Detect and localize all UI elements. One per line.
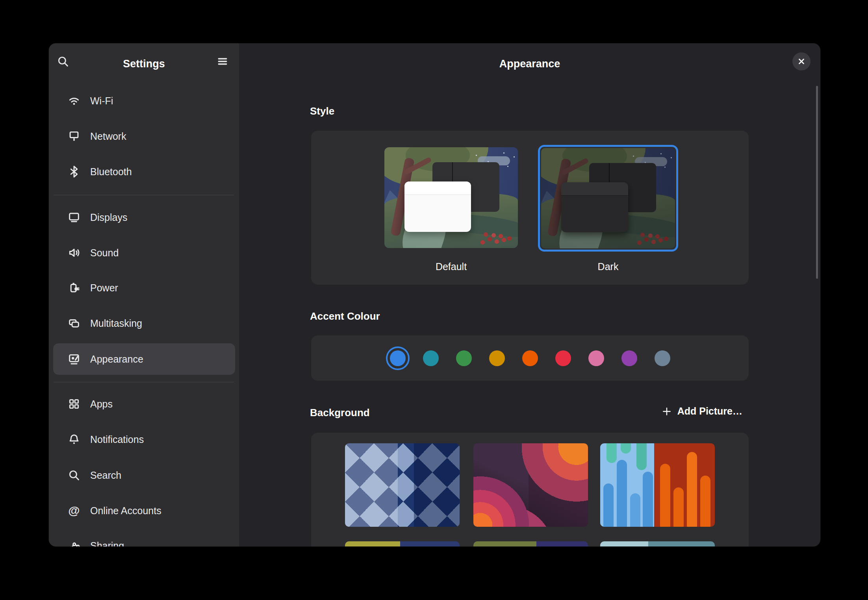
power-icon [67, 281, 81, 294]
bluetooth-icon [67, 165, 81, 178]
sound-icon [67, 246, 81, 259]
settings-window: Settings Wi-Fi Network [49, 43, 820, 546]
wifi-icon [67, 94, 81, 107]
search-icon [67, 469, 81, 482]
style-option-default[interactable] [384, 147, 518, 248]
accent-color-slate[interactable] [655, 350, 670, 366]
bell-icon [67, 433, 81, 446]
sidebar-item-label: Bluetooth [90, 166, 132, 178]
add-picture-label: Add Picture… [677, 406, 742, 417]
hamburger-menu-icon [216, 55, 229, 68]
wallpaper-thumb-partial-3[interactable] [600, 541, 715, 546]
sidebar-item-label: Multitasking [90, 318, 142, 329]
style-card [311, 131, 749, 285]
content-scrollbar[interactable] [816, 86, 818, 279]
sidebar-item-search[interactable]: Search [53, 459, 235, 491]
accent-color-purple[interactable] [621, 350, 637, 366]
apps-icon [67, 397, 81, 411]
sidebar-item-label: Sound [90, 247, 119, 259]
screenshot-stage: Settings Wi-Fi Network [0, 0, 868, 600]
sidebar-item-label: Online Accounts [90, 505, 161, 517]
accent-color-teal[interactable] [423, 350, 439, 366]
style-option-default-label: Default [384, 261, 518, 272]
sidebar-item-label: Network [90, 131, 126, 142]
sidebar-item-sharing[interactable]: Sharing [53, 530, 235, 546]
sidebar-divider [54, 195, 234, 195]
accent-color-yellow[interactable] [489, 350, 505, 366]
sidebar-divider [54, 382, 234, 382]
wallpaper-thumb-partial-1[interactable] [345, 541, 460, 546]
sidebar-item-multitasking[interactable]: Multitasking [53, 307, 235, 339]
plus-icon [662, 406, 672, 417]
accent-color-pink[interactable] [588, 350, 604, 366]
sidebar-item-label: Sharing [90, 540, 124, 547]
sidebar-item-bluetooth[interactable]: Bluetooth [53, 156, 235, 187]
sidebar-item-displays[interactable]: Displays [53, 202, 235, 233]
default-style-preview [384, 147, 518, 248]
accent-heading: Accent Colour [310, 310, 380, 322]
accent-color-blue[interactable] [390, 350, 406, 366]
network-icon [67, 130, 81, 143]
style-option-dark-label: Dark [538, 261, 678, 272]
sidebar-item-label: Notifications [90, 434, 144, 445]
sidebar-item-label: Wi-Fi [90, 95, 113, 107]
share-icon [67, 539, 81, 546]
page-title: Appearance [239, 58, 820, 70]
sidebar-item-apps[interactable]: Apps [53, 388, 235, 420]
add-picture-button[interactable]: Add Picture… [662, 406, 742, 417]
wallpaper-thumb-drips[interactable] [600, 443, 715, 527]
sidebar-item-appearance[interactable]: Appearance [53, 343, 235, 375]
multitasking-icon [67, 317, 81, 330]
accent-colour-card [311, 335, 749, 381]
sidebar-item-network[interactable]: Network [53, 120, 235, 152]
sidebar-item-label: Displays [90, 212, 127, 223]
sidebar-item-label: Apps [90, 398, 113, 410]
sidebar-item-label: Appearance [90, 354, 143, 365]
wallpaper-thumb-partial-2[interactable] [473, 541, 588, 546]
accent-color-green[interactable] [456, 350, 472, 366]
style-option-dark[interactable] [538, 145, 678, 252]
sidebar-title: Settings [49, 58, 239, 70]
style-heading: Style [310, 105, 334, 117]
at-icon: @ [68, 505, 80, 517]
accent-color-orange[interactable] [522, 350, 538, 366]
close-icon [797, 57, 806, 66]
display-icon [67, 211, 81, 224]
background-heading: Background [310, 407, 370, 419]
sidebar-item-wifi[interactable]: Wi-Fi [53, 85, 235, 117]
sidebar-item-label: Search [90, 470, 121, 481]
sidebar-item-sound[interactable]: Sound [53, 237, 235, 269]
wallpaper-thumb-magma-waves[interactable] [473, 443, 588, 527]
sidebar-item-notifications[interactable]: Notifications [53, 424, 235, 455]
close-button[interactable] [792, 52, 811, 70]
sidebar: Settings Wi-Fi Network [49, 43, 239, 546]
dark-style-preview [541, 148, 675, 248]
appearance-icon [67, 352, 81, 366]
wallpaper-thumb-blue-tiles[interactable] [345, 443, 460, 527]
sidebar-item-power[interactable]: Power [53, 272, 235, 304]
sidebar-item-online-accounts[interactable]: @ Online Accounts [53, 495, 235, 526]
sidebar-menu-button[interactable] [213, 52, 232, 70]
accent-color-red[interactable] [555, 350, 571, 366]
sidebar-item-label: Power [90, 282, 118, 294]
